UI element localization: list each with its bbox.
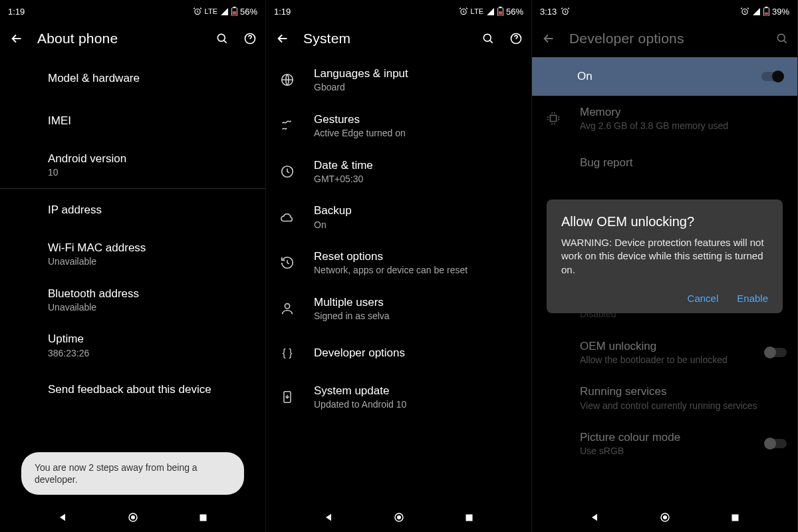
svg-point-13 (483, 34, 491, 41)
svg-point-7 (131, 516, 134, 519)
row-date-time[interactable]: Date & timeGMT+05:30 (266, 149, 531, 195)
search-icon[interactable] (215, 31, 229, 46)
dialog-enable-button[interactable]: Enable (737, 293, 768, 304)
status-right: LTE 56% (193, 7, 257, 17)
alarm-icon (561, 7, 570, 16)
screen-developer-options: 3:13 39% Developer options On MemoryAvg … (532, 0, 798, 532)
list-about: Model & hardware IMEI Android version10 … (0, 57, 265, 440)
switch-oem[interactable] (765, 348, 787, 357)
appbar: Developer options (532, 20, 797, 57)
status-time: 3:13 (540, 7, 557, 17)
back-button[interactable] (541, 31, 557, 47)
row-reset-options[interactable]: Reset optionsNetwork, apps or device can… (266, 240, 531, 286)
row-wifi-mac[interactable]: Wi-Fi MAC addressUnavailable (0, 231, 265, 277)
row-picture-colour[interactable]: Picture colour modeUse sRGB (532, 421, 797, 467)
master-switch[interactable]: On (532, 57, 797, 96)
row-bug-report[interactable]: Bug report (532, 142, 797, 184)
alarm-icon (740, 7, 749, 16)
nav-back-icon[interactable] (587, 509, 602, 525)
back-button[interactable] (275, 31, 291, 47)
status-bar: 1:19 LTE 56% (266, 0, 531, 20)
page-title: Developer options (569, 31, 763, 47)
screen-system: 1:19 LTE 56% System Languages & inputGbo… (266, 0, 532, 532)
svg-rect-12 (499, 11, 502, 15)
nav-back-icon[interactable] (321, 509, 336, 525)
svg-point-4 (217, 34, 225, 41)
nav-home-icon[interactable] (657, 509, 673, 525)
status-time: 1:19 (8, 7, 25, 17)
signal-icon (220, 7, 229, 16)
update-icon (279, 389, 295, 405)
svg-point-17 (285, 304, 289, 309)
page-title: About phone (37, 31, 203, 47)
row-ip-address[interactable]: IP address (0, 189, 265, 231)
status-net: LTE (205, 7, 217, 15)
dialog-cancel-button[interactable]: Cancel (688, 293, 719, 304)
row-oem-unlocking[interactable]: OEM unlockingAllow the bootloader to be … (532, 330, 797, 376)
nav-bar (532, 503, 797, 532)
battery-icon (231, 7, 237, 16)
search-icon[interactable] (775, 31, 789, 46)
status-right: LTE 56% (459, 7, 523, 17)
row-multiple-users[interactable]: Multiple usersSigned in as selva (266, 286, 531, 332)
switch-on[interactable] (761, 72, 783, 81)
page-title: System (303, 31, 469, 47)
appbar: System (266, 20, 531, 57)
master-switch-label: On (547, 70, 761, 83)
nav-home-icon[interactable] (391, 509, 407, 525)
cloud-icon (279, 209, 295, 225)
person-icon (279, 301, 295, 317)
row-send-feedback[interactable]: Send feedback about this device (0, 368, 265, 411)
row-languages[interactable]: Languages & inputGboard (266, 57, 531, 103)
status-net: LTE (471, 7, 483, 15)
history-icon (279, 255, 295, 271)
row-memory[interactable]: MemoryAvg 2.6 GB of 3.8 GB memory used (532, 96, 797, 142)
nav-back-icon[interactable] (55, 509, 70, 525)
search-icon[interactable] (481, 31, 495, 46)
status-bar: 3:13 39% (532, 0, 797, 20)
nav-recents-icon[interactable] (195, 509, 211, 525)
status-right: 39% (740, 7, 789, 17)
status-batt: 56% (240, 7, 257, 17)
nav-recents-icon[interactable] (727, 509, 743, 525)
row-android-version[interactable]: Android version10 (0, 142, 265, 188)
appbar: About phone (0, 20, 265, 57)
row-system-update[interactable]: System updateUpdated to Android 10 (266, 374, 531, 420)
dialog-message: WARNING: Device protection features will… (561, 236, 768, 277)
svg-rect-21 (466, 514, 472, 521)
braces-icon: { } (279, 345, 295, 361)
svg-rect-26 (765, 13, 768, 15)
row-running-services[interactable]: Running servicesView and control current… (532, 375, 797, 421)
help-icon[interactable] (243, 31, 257, 46)
dialog-oem-unlocking: Allow OEM unlocking? WARNING: Device pro… (547, 200, 783, 313)
alarm-icon (459, 7, 468, 16)
row-backup[interactable]: BackupOn (266, 194, 531, 240)
screen-about-phone: 1:19 LTE 56% About phone Model & hardwar… (0, 0, 266, 532)
svg-rect-28 (550, 116, 556, 122)
status-left: 3:13 (540, 7, 570, 17)
row-model-hardware[interactable]: Model & hardware (0, 57, 265, 100)
row-developer-options[interactable]: { } Developer options (266, 332, 531, 374)
back-button[interactable] (9, 31, 25, 47)
signal-icon (486, 7, 495, 16)
svg-point-20 (397, 516, 400, 519)
svg-rect-3 (233, 11, 236, 15)
chip-icon (545, 110, 561, 126)
signal-icon (752, 7, 761, 16)
svg-rect-8 (200, 514, 206, 521)
svg-rect-31 (732, 514, 738, 521)
svg-point-30 (663, 516, 666, 519)
alarm-icon (193, 7, 202, 16)
battery-icon (497, 7, 503, 16)
help-icon[interactable] (509, 31, 523, 46)
row-uptime[interactable]: Uptime386:23:26 (0, 323, 265, 368)
clock-icon (279, 164, 295, 180)
status-batt: 39% (772, 7, 789, 17)
nav-recents-icon[interactable] (461, 509, 477, 525)
nav-home-icon[interactable] (125, 509, 141, 525)
switch-colour[interactable] (765, 439, 787, 448)
row-gestures[interactable]: GesturesActive Edge turned on (266, 103, 531, 149)
row-bluetooth-address[interactable]: Bluetooth addressUnavailable (0, 277, 265, 323)
nav-bar (0, 503, 265, 532)
row-imei[interactable]: IMEI (0, 100, 265, 142)
